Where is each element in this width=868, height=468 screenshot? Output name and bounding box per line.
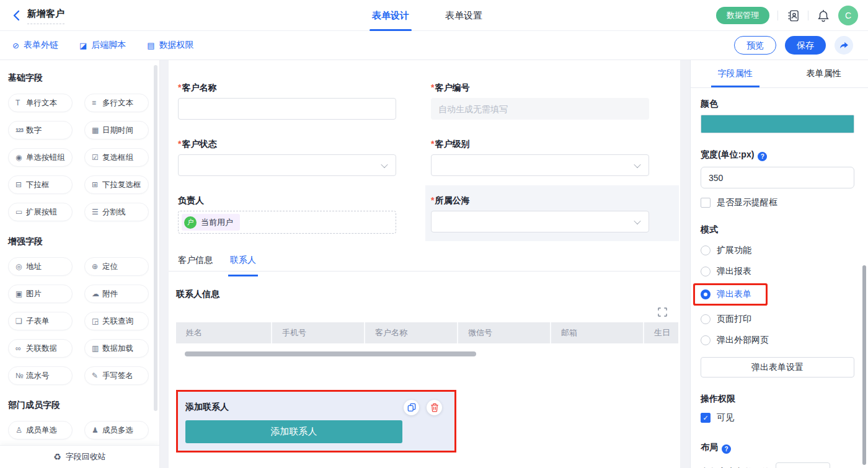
required-mark: * [178,82,181,92]
field-width-ratio-select[interactable]: 1/2 [776,462,830,468]
save-button[interactable]: 保存 [785,36,826,55]
backend-script-link[interactable]: ◪ 后端脚本 [79,40,126,51]
divider [777,11,778,20]
section-title-basic-fields: 基础字段 [8,73,152,84]
delete-icon[interactable] [427,400,442,415]
field-pill-dropdown-multi[interactable]: ⊞下拉复选框 [84,175,149,194]
radio-icon[interactable] [701,335,711,345]
field-pill-extend-button[interactable]: ▭扩展按钮 [8,203,73,221]
divider [808,11,808,20]
section-title-enhanced-fields: 增强字段 [8,236,152,247]
help-icon[interactable]: ? [758,152,767,161]
sidebar-scrollbar[interactable] [154,65,157,411]
field-owner[interactable]: 负责人 户 当前用户 [178,195,396,234]
field-label: 客户编号 [435,82,469,92]
field-pill-datetime[interactable]: ▦日期时间 [84,121,149,139]
tab-form-design[interactable]: 表单设计 [372,0,409,31]
col-email: 邮箱 [551,322,644,343]
reminder-checkbox-row[interactable]: 是否显示提醒框 [701,197,854,208]
customer-status-select[interactable] [178,154,396,176]
field-pill-member-multi[interactable]: ♟成员多选 [84,421,149,439]
width-input[interactable] [701,167,854,188]
field-public-sea[interactable]: *所属公海 [431,195,649,234]
backend-script-label: 后端脚本 [91,40,126,51]
field-pill-multi-line-text[interactable]: ≡多行文本 [84,94,149,112]
visible-checkbox-row[interactable]: ✓ 可见 [701,412,854,423]
field-pill-divider[interactable]: ☰分割线 [84,203,149,221]
contact-book-icon[interactable] [786,9,800,22]
visible-checkbox[interactable]: ✓ [701,413,711,423]
dropdown-icon: ⊟ [16,181,26,188]
form-external-link[interactable]: ⊘ 表单外链 [12,40,58,51]
owner-field-box[interactable]: 户 当前用户 [178,211,396,234]
copy-icon[interactable] [404,400,419,415]
mode-option-popup-report[interactable]: 弹出报表 [701,266,854,277]
people-icon: ♟ [92,426,102,434]
field-pill-image[interactable]: ▣图片 [8,285,73,303]
chevron-down-icon [381,161,388,167]
help-icon[interactable]: ? [722,444,731,454]
mode-option-external-page[interactable]: 弹出外部网页 [701,335,854,346]
field-pill-signature[interactable]: ✎手写签名 [84,366,149,385]
add-contact-field[interactable]: 添加联系人 [178,392,454,451]
person-icon: ♙ [16,426,26,434]
data-permission-link[interactable]: ▤ 数据权限 [147,40,193,51]
customer-level-select[interactable] [431,154,649,176]
field-pill-address[interactable]: ◎地址 [8,257,73,276]
pen-icon: ✎ [92,372,102,379]
public-sea-select[interactable] [431,211,649,232]
add-contact-label: 添加联系人 [185,402,229,413]
radio-checked-icon[interactable] [701,289,711,299]
customer-name-input[interactable] [178,98,396,120]
field-customer-name[interactable]: *客户名称 [178,82,396,120]
current-user-tag[interactable]: 户 当前用户 [182,214,240,231]
horizontal-scrollbar[interactable] [185,351,476,356]
field-customer-status[interactable]: *客户状态 [178,139,396,176]
field-pill-data-load[interactable]: ▥数据加载 [84,339,149,358]
field-pill-number[interactable]: 123数字 [8,121,73,139]
panel-scrollbar[interactable] [862,265,866,465]
field-customer-no[interactable]: *客户编号 [431,82,649,120]
reminder-checkbox[interactable] [701,198,711,208]
share-arrow-icon [839,40,849,50]
tab-form-settings[interactable]: 表单设置 [445,0,482,31]
preview-button[interactable]: 预览 [734,36,776,55]
chart-icon: ▥ [92,345,102,352]
data-manage-button[interactable]: 数据管理 [716,7,769,24]
field-pill-dropdown[interactable]: ⊟下拉框 [8,175,73,194]
tab-field-properties[interactable]: 字段属性 [691,60,779,87]
user-avatar[interactable]: C [838,6,858,25]
field-pill-single-line-text[interactable]: T单行文本 [8,94,73,112]
field-pill-relation-query[interactable]: ◲关联查询 [84,312,149,330]
field-pill-locate[interactable]: ⊕定位 [84,257,149,276]
field-pill-subform[interactable]: ❏子表单 [8,312,73,330]
color-swatch[interactable] [701,115,854,133]
tab-customer-info[interactable]: 客户信息 [178,254,213,271]
recycle-icon: ♻ [53,452,61,462]
radio-icon[interactable] [701,245,711,255]
field-pill-attachment[interactable]: ☁附件 [84,285,149,303]
radio-icon[interactable] [701,267,711,276]
mode-option-popup-form[interactable]: 弹出表单 [695,285,766,304]
mode-option-page-print[interactable]: 页面打印 [701,314,854,325]
radio-icon[interactable] [701,314,711,324]
mode-option-extend[interactable]: 扩展功能 [701,245,854,256]
field-pill-radio-group[interactable]: ◉单选按钮组 [8,148,73,167]
radio-label: 扩展功能 [717,245,751,256]
back-icon[interactable] [11,9,24,22]
field-pill-checkbox-group[interactable]: ☑复选框组 [84,148,149,167]
field-recycle-bin[interactable]: ♻ 字段回收站 [0,445,159,468]
page-title[interactable]: 新增客户 [27,8,64,24]
number-icon: 123 [16,128,26,133]
share-button[interactable] [835,36,853,55]
tab-contacts[interactable]: 联系人 [230,254,256,271]
tab-form-properties[interactable]: 表单属性 [779,60,868,87]
popup-form-settings-button[interactable]: 弹出表单设置 [701,357,854,377]
field-customer-level[interactable]: *客户级别 [431,139,649,176]
field-pill-serial-number[interactable]: №流水号 [8,366,73,385]
field-pill-member-single[interactable]: ♙成员单选 [8,421,73,439]
fullscreen-icon[interactable] [658,307,668,317]
notification-bell-icon[interactable] [817,9,830,22]
field-pill-relation-data[interactable]: ∞关联数据 [8,339,73,358]
add-contact-button[interactable]: 添加联系人 [185,420,402,443]
